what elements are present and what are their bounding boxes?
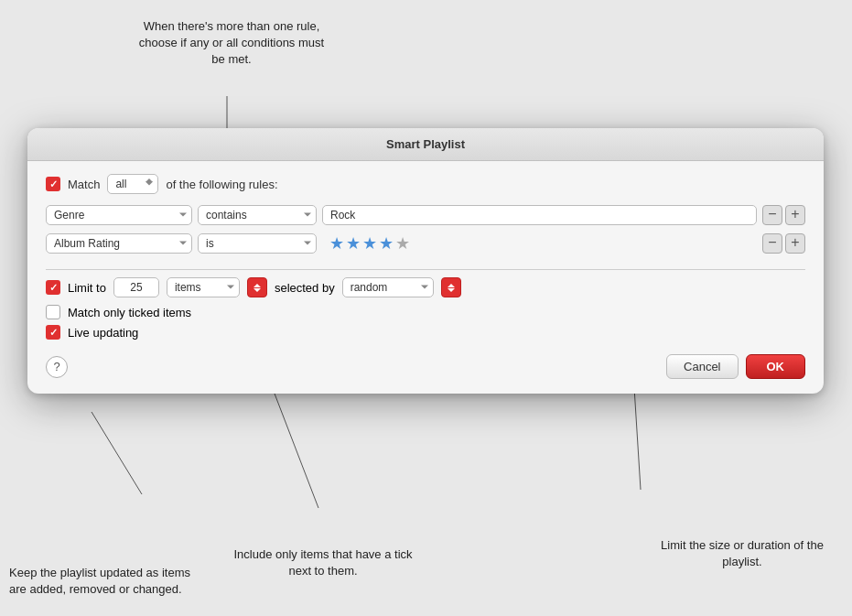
rule-value-genre-input[interactable]: [322, 205, 757, 225]
callout-bottom-right-text: Limit the size or duration of the playli…: [661, 538, 824, 568]
bottom-bar: ? Cancel OK: [46, 354, 805, 379]
live-updating-label: Live updating: [68, 326, 138, 340]
svg-line-1: [92, 412, 142, 494]
ok-button[interactable]: OK: [746, 354, 806, 379]
rule-add-genre-button[interactable]: +: [785, 205, 805, 225]
star-4: ★: [379, 233, 394, 254]
dialog-titlebar: Smart Playlist: [27, 128, 824, 161]
rule-field-genre[interactable]: Genre: [46, 205, 192, 225]
rule-field-album-rating[interactable]: Album Rating: [46, 233, 192, 254]
dialog-buttons: Cancel OK: [666, 354, 805, 379]
rule-condition-is-wrapper: is is not: [198, 233, 317, 254]
match-ticked-checkbox[interactable]: [46, 305, 60, 319]
rule-remove-album-rating-button[interactable]: −: [762, 233, 782, 254]
items-stepper-down: [253, 288, 261, 292]
rule-value-stars: ★ ★ ★ ★ ★: [322, 231, 757, 256]
selected-by-stepper[interactable]: [441, 277, 461, 297]
limit-unit-dropdown[interactable]: items MB GB hours minutes: [167, 277, 240, 297]
rule-condition-is[interactable]: is is not: [198, 233, 317, 254]
star-3: ★: [362, 233, 377, 254]
rule-buttons-genre: − +: [762, 205, 805, 225]
selected-by-wrapper: random album artist most played least pl…: [342, 277, 434, 297]
dialog-body: Match all any of the following rules: Ge…: [27, 161, 824, 394]
rule-row-genre: Genre contains is is not −: [46, 205, 805, 225]
star-1: ★: [329, 233, 344, 254]
star-5: ★: [395, 233, 410, 254]
match-ticked-label: Match only ticked items: [68, 306, 191, 319]
match-row: Match all any of the following rules:: [46, 174, 805, 194]
callout-bottom-mid: Include only items that have a tick next…: [227, 546, 419, 579]
rule-value-genre: [322, 205, 757, 225]
live-updating-checkbox[interactable]: [46, 325, 60, 340]
selected-by-label: selected by: [275, 281, 335, 295]
rule-buttons-album-rating: − +: [762, 233, 805, 254]
rule-remove-genre-button[interactable]: −: [762, 205, 782, 225]
callout-bottom-left: Keep the playlist updated as items are a…: [9, 565, 192, 598]
cancel-button[interactable]: Cancel: [666, 354, 738, 379]
limit-label: Limit to: [68, 281, 106, 295]
items-stepper-up: [253, 284, 261, 287]
callout-bottom-mid-text: Include only items that have a tick next…: [233, 547, 412, 578]
svg-line-2: [275, 394, 318, 508]
rule-row-album-rating: Album Rating is is not ★ ★ ★: [46, 231, 805, 256]
callout-top-text: When there's more than one rule, choose …: [139, 19, 324, 66]
selected-by-stepper-down: [448, 288, 455, 292]
dialog-title: Smart Playlist: [386, 137, 465, 151]
selected-by-dropdown[interactable]: random album artist most played least pl…: [342, 277, 434, 297]
rule-condition-contains[interactable]: contains is is not: [198, 205, 317, 225]
rules-container: Genre contains is is not −: [46, 205, 805, 256]
callout-top: When there's more than one rule, choose …: [135, 18, 328, 69]
stars-display[interactable]: ★ ★ ★ ★ ★: [322, 231, 757, 256]
callout-bottom-right: Limit the size or duration of the playli…: [660, 537, 825, 570]
divider-1: [46, 269, 805, 270]
limit-number-input[interactable]: [113, 277, 159, 297]
smart-playlist-dialog: Smart Playlist Match all any of the foll…: [27, 128, 824, 394]
match-dropdown[interactable]: all any: [107, 174, 158, 194]
selected-by-stepper-up: [448, 284, 455, 287]
rule-condition-contains-wrapper: contains is is not: [198, 205, 317, 225]
limit-unit-wrapper: items MB GB hours minutes: [167, 277, 240, 297]
match-checkbox[interactable]: [46, 177, 60, 191]
help-icon: ?: [53, 360, 59, 373]
limit-checkbox[interactable]: [46, 280, 60, 295]
match-dropdown-wrapper: all any: [107, 174, 158, 194]
rule-field-album-rating-wrapper: Album Rating: [46, 233, 192, 254]
live-updating-row: Live updating: [46, 325, 805, 340]
rule-field-genre-wrapper: Genre: [46, 205, 192, 225]
items-stepper[interactable]: [247, 277, 267, 297]
match-label: Match: [68, 178, 100, 191]
limit-row: Limit to items MB GB hours minutes selec…: [46, 277, 805, 297]
match-ticked-row: Match only ticked items: [46, 305, 805, 319]
match-suffix: of the following rules:: [166, 178, 277, 191]
rule-add-album-rating-button[interactable]: +: [785, 233, 805, 254]
help-button[interactable]: ?: [46, 356, 68, 378]
callout-bottom-left-text: Keep the playlist updated as items are a…: [9, 566, 190, 596]
star-2: ★: [346, 233, 361, 254]
